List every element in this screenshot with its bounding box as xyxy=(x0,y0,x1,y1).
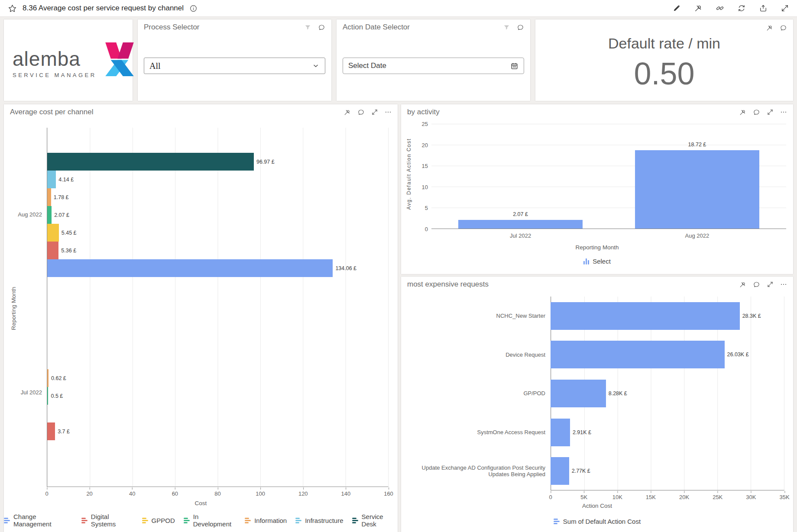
x-axis-categories: Jul 2022 Aug 2022 xyxy=(431,232,786,239)
bar-area: 8.28K £ xyxy=(551,380,784,407)
fullscreen-icon[interactable] xyxy=(371,109,378,116)
bar-row: 4.14 £ xyxy=(47,171,388,188)
pin-icon[interactable] xyxy=(343,109,351,116)
x-tick: 100 xyxy=(256,490,265,497)
pin-icon[interactable] xyxy=(766,24,773,32)
x-axis-ticks: 0 5K 10K 15K 20K 25K 30K 35K xyxy=(551,491,784,498)
bars-icon xyxy=(554,519,560,524)
widget-header-icons xyxy=(304,24,325,31)
filter-icon[interactable] xyxy=(503,24,510,31)
x-tick: 10K xyxy=(612,494,622,500)
legend-item-select[interactable]: Select xyxy=(583,258,611,265)
filter-icon[interactable] xyxy=(304,24,311,31)
bar-area: 2.77K £ xyxy=(551,457,784,485)
legend-item-sum-default-action-cost[interactable]: Sum of Default Action Cost xyxy=(554,518,641,525)
bar-update-exchange-ad-configuration[interactable] xyxy=(551,457,569,485)
x-tick: 140 xyxy=(341,490,351,497)
bar-value-label: 5.45 £ xyxy=(62,230,77,236)
bar-digital-systems[interactable] xyxy=(47,422,55,440)
bar-row: 0.62 £ xyxy=(47,369,388,387)
bar-area: 26.03K £ xyxy=(551,341,784,368)
legend-item-information[interactable]: Information xyxy=(245,517,287,524)
bar-row: 2.07 £ xyxy=(47,206,388,224)
info-icon[interactable] xyxy=(189,4,198,13)
chart-legend: Change Management Digital Systems GPPOD … xyxy=(4,513,398,528)
alemba-logo: alemba SERVICE MANAGER xyxy=(13,40,136,78)
fullscreen-icon[interactable] xyxy=(767,281,774,288)
bar-information[interactable] xyxy=(47,188,51,206)
bar-systmone-access-request[interactable] xyxy=(551,419,570,446)
widget-header-icons xyxy=(503,24,524,31)
legend-item-service-desk[interactable]: Service Desk xyxy=(352,513,398,528)
widget-title: Average cost per channel xyxy=(10,108,93,116)
logo-widget: alemba SERVICE MANAGER xyxy=(4,19,133,101)
legend-item-in-development[interactable]: In Development xyxy=(184,513,236,528)
comment-icon[interactable] xyxy=(753,109,760,116)
comment-icon[interactable] xyxy=(318,24,325,31)
bar-row: 134.06 £ xyxy=(47,259,388,277)
bar-row: 5.36 £ xyxy=(47,242,388,259)
x-tick: 0 xyxy=(45,490,48,497)
bar-in-development[interactable] xyxy=(47,387,48,405)
alemba-x-icon xyxy=(103,40,136,78)
legend-item-infrastructure[interactable]: Infrastructure xyxy=(295,517,343,524)
avg-cost-per-channel-widget: Average cost per channel Reporting Month… xyxy=(4,104,398,532)
pin-icon[interactable] xyxy=(694,4,703,13)
bar-value-label: 1.78 £ xyxy=(54,194,69,200)
link-icon[interactable] xyxy=(716,4,724,13)
export-icon[interactable] xyxy=(759,4,768,13)
bar-row: 0.5 £ xyxy=(47,387,388,405)
bar-group-aug-2022: 96.97 £ 4.14 £ 1.78 £ 2.07 £ xyxy=(47,153,388,277)
comment-icon[interactable] xyxy=(517,24,524,31)
category-label: Update Exchange AD Configuration Post Se… xyxy=(401,464,551,477)
process-select[interactable]: All xyxy=(144,58,325,74)
legend-item-gppod[interactable]: GPPOD xyxy=(142,517,175,524)
column-chart-icon xyxy=(583,258,589,264)
column-aug-2022-wrap: 18.72 £ xyxy=(635,124,759,229)
avg-cost-plot-area: 96.97 £ 4.14 £ 1.78 £ 2.07 £ xyxy=(47,128,389,487)
favorite-star-icon[interactable] xyxy=(8,4,17,13)
by-activity-chart-body: Avg. Default Action Cost 25 20 15 10 5 0… xyxy=(401,120,793,274)
refresh-icon[interactable] xyxy=(737,4,746,13)
x-tick: 30K xyxy=(746,494,756,500)
bar-value-label: 2.07 £ xyxy=(513,211,528,217)
fullscreen-icon[interactable] xyxy=(767,109,774,116)
bars-icon xyxy=(81,518,87,523)
comment-icon[interactable] xyxy=(780,24,787,32)
bar-gp-pod[interactable] xyxy=(551,380,606,407)
bar-in-development[interactable] xyxy=(47,206,52,224)
bar-row-empty xyxy=(47,405,388,422)
fullscreen-icon[interactable] xyxy=(781,4,789,13)
bar-information[interactable] xyxy=(47,369,49,387)
pin-icon[interactable] xyxy=(739,281,746,288)
avg-cost-chart-body: Reporting Month Aug 2022 Jul 2022 96.97 … xyxy=(4,120,398,532)
bar-infrastructure[interactable] xyxy=(47,171,56,188)
bar-value-label: 3.7 £ xyxy=(58,429,70,435)
y-axis-title: Reporting Month xyxy=(10,274,17,343)
bar-change-management[interactable] xyxy=(47,259,333,277)
category-label: GP/POD xyxy=(401,390,551,397)
bar-service-desk[interactable] xyxy=(47,153,254,171)
legend-item-digital-systems[interactable]: Digital Systems xyxy=(81,513,133,528)
pin-icon[interactable] xyxy=(739,109,746,116)
bar-nchc-new-starter[interactable] xyxy=(551,302,740,330)
bar-device-request[interactable] xyxy=(551,341,725,368)
action-date-input[interactable]: Select Date xyxy=(343,58,524,74)
comment-icon[interactable] xyxy=(357,109,365,116)
comment-icon[interactable] xyxy=(753,281,760,288)
bar-value-label: 96.97 £ xyxy=(256,159,275,165)
column-aug-2022[interactable] xyxy=(635,150,759,229)
legend-label: Digital Systems xyxy=(91,513,133,528)
more-options-icon[interactable] xyxy=(780,109,787,116)
calendar-icon[interactable] xyxy=(510,62,518,70)
bar-gppod[interactable] xyxy=(47,224,59,242)
column-jul-2022[interactable] xyxy=(458,220,583,229)
legend-item-change-management[interactable]: Change Management xyxy=(4,513,73,528)
edit-icon[interactable] xyxy=(672,4,681,13)
category-label: SystmOne Access Request xyxy=(401,429,551,435)
bar-digital-systems[interactable] xyxy=(47,242,58,259)
bar-value-label: 0.5 £ xyxy=(51,393,63,399)
more-options-icon[interactable] xyxy=(385,109,392,116)
by-activity-plot-area: 2.07 £ 18.72 £ xyxy=(431,124,786,229)
more-options-icon[interactable] xyxy=(780,281,787,288)
